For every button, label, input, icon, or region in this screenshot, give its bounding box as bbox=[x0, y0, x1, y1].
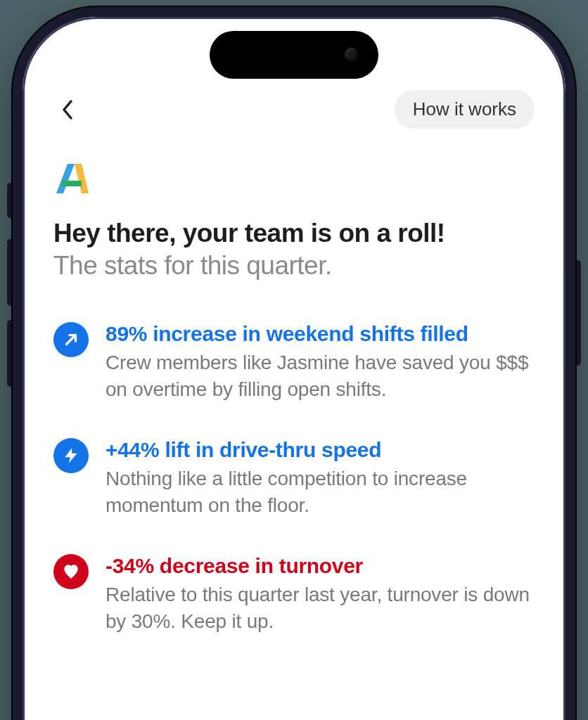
page-title: Hey there, your team is on a roll! bbox=[53, 217, 535, 250]
back-button[interactable] bbox=[53, 96, 82, 124]
stat-body: -34% decrease in turnover Relative to th… bbox=[106, 553, 535, 635]
stat-title: -34% decrease in turnover bbox=[106, 553, 535, 579]
page-subtitle: The stats for this quarter. bbox=[53, 250, 535, 282]
app-logo bbox=[53, 160, 91, 198]
logo-a-icon bbox=[53, 160, 91, 198]
stat-description: Crew members like Jasmine have saved you… bbox=[106, 349, 535, 403]
app-screen: How it works Hey there, your team is on … bbox=[23, 17, 565, 720]
bolt-icon bbox=[62, 446, 80, 465]
chevron-left-icon bbox=[61, 99, 74, 120]
stat-badge bbox=[53, 554, 89, 589]
svg-marker-1 bbox=[75, 164, 89, 193]
stat-title: +44% lift in drive-thru speed bbox=[106, 437, 535, 463]
stat-description: Relative to this quarter last year, turn… bbox=[106, 581, 535, 635]
arrow-up-right-icon bbox=[62, 330, 80, 349]
phone-frame: How it works Hey there, your team is on … bbox=[13, 7, 575, 720]
stat-title: 89% increase in weekend shifts filled bbox=[106, 321, 535, 347]
stat-item: +44% lift in drive-thru speed Nothing li… bbox=[53, 437, 535, 519]
svg-marker-0 bbox=[56, 164, 75, 193]
stat-badge bbox=[53, 322, 89, 357]
stat-body: +44% lift in drive-thru speed Nothing li… bbox=[106, 437, 535, 519]
stat-body: 89% increase in weekend shifts filled Cr… bbox=[106, 321, 535, 403]
stat-item: 89% increase in weekend shifts filled Cr… bbox=[53, 321, 535, 403]
stat-badge bbox=[53, 438, 89, 473]
top-bar: How it works bbox=[53, 90, 535, 129]
svg-rect-2 bbox=[62, 181, 82, 186]
how-it-works-button[interactable]: How it works bbox=[395, 90, 535, 129]
stat-description: Nothing like a little competition to inc… bbox=[106, 465, 535, 519]
heart-icon bbox=[62, 562, 80, 581]
stat-item: -34% decrease in turnover Relative to th… bbox=[53, 553, 535, 635]
